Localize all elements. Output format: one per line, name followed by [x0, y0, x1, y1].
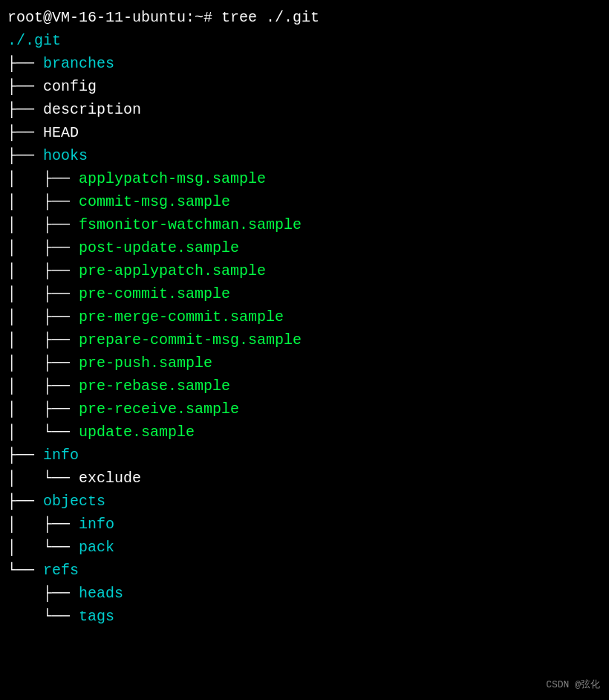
tree-row: ├── info [7, 444, 609, 467]
tree-row: │ ├── applypatch-msg.sample [7, 167, 609, 190]
tree-row: ├── objects [7, 490, 609, 513]
tree-row: ├── hooks [7, 144, 609, 167]
tree-indent: │ └── [7, 467, 79, 490]
tree-row: │ ├── pre-merge-commit.sample [7, 305, 609, 328]
tree-indent: └── [7, 559, 43, 582]
tree-row: └── tags [7, 605, 609, 628]
root-line: ./.git [7, 29, 609, 52]
tree-row: ├── heads [7, 582, 609, 605]
tree-item-name: fsmonitor-watchman.sample [79, 213, 302, 236]
tree-indent: ├── [7, 444, 43, 467]
tree-item-name: HEAD [43, 121, 79, 144]
tree-item-name: refs [43, 559, 79, 582]
tree-indent: ├── [7, 490, 43, 513]
tree-indent: ├── [7, 121, 43, 144]
tree-indent: ├── [7, 98, 43, 121]
tree-indent: │ ├── [7, 351, 79, 375]
tree-indent: │ ├── [7, 398, 79, 421]
tree-container: ├── branches├── config├── description├──… [7, 52, 609, 628]
tree-item-name: info [43, 444, 79, 467]
tree-item-name: pre-commit.sample [79, 282, 230, 305]
tree-item-name: applypatch-msg.sample [79, 167, 266, 190]
tree-indent: │ └── [7, 536, 79, 559]
tree-row: │ ├── pre-receive.sample [7, 398, 609, 421]
tree-row: │ ├── pre-rebase.sample [7, 375, 609, 398]
tree-indent: │ ├── [7, 167, 79, 190]
tree-row: │ ├── fsmonitor-watchman.sample [7, 213, 609, 236]
tree-row: │ ├── commit-msg.sample [7, 190, 609, 213]
tree-item-name: branches [43, 52, 114, 75]
tree-item-name: pre-receive.sample [79, 398, 239, 421]
tree-row: │ └── exclude [7, 467, 609, 490]
prompt-text: root@VM-16-11-ubuntu:~# tree ./.git [7, 6, 319, 29]
tree-indent: │ ├── [7, 305, 79, 328]
tree-row: │ ├── pre-applypatch.sample [7, 259, 609, 282]
tree-row: └── refs [7, 559, 609, 582]
tree-item-name: prepare-commit-msg.sample [79, 328, 302, 351]
tree-indent: │ ├── [7, 282, 79, 305]
tree-row: ├── config [7, 75, 609, 98]
tree-row: │ ├── prepare-commit-msg.sample [7, 328, 609, 351]
watermark: CSDN @弦化 [546, 678, 600, 693]
tree-item-name: info [79, 513, 114, 536]
tree-indent: │ ├── [7, 259, 79, 282]
tree-row: ├── description [7, 98, 609, 121]
tree-indent: │ ├── [7, 236, 79, 259]
tree-item-name: exclude [79, 467, 141, 490]
tree-item-name: heads [79, 582, 123, 605]
tree-row: │ └── update.sample [7, 421, 609, 444]
tree-item-name: objects [43, 490, 105, 513]
tree-item-name: tags [79, 605, 114, 628]
tree-item-name: description [43, 98, 141, 121]
tree-item-name: post-update.sample [79, 236, 239, 259]
tree-item-name: pre-merge-commit.sample [79, 305, 284, 328]
tree-item-name: commit-msg.sample [79, 190, 230, 213]
terminal-window: root@VM-16-11-ubuntu:~# tree ./.git ./.g… [7, 6, 609, 628]
tree-indent: ├── [7, 144, 43, 167]
prompt-line: root@VM-16-11-ubuntu:~# tree ./.git [7, 6, 609, 29]
tree-row: │ ├── pre-push.sample [7, 351, 609, 375]
tree-indent: │ └── [7, 421, 79, 444]
tree-row: │ ├── info [7, 513, 609, 536]
tree-row: │ ├── post-update.sample [7, 236, 609, 259]
tree-indent: ├── [7, 75, 43, 98]
tree-indent: │ ├── [7, 513, 79, 536]
tree-item-name: update.sample [79, 421, 195, 444]
tree-item-name: pack [79, 536, 114, 559]
tree-indent: │ ├── [7, 328, 79, 351]
tree-item-name: pre-push.sample [79, 351, 212, 375]
tree-indent: ├── [7, 52, 43, 75]
root-dir: ./.git [7, 29, 61, 52]
tree-indent: └── [7, 605, 79, 628]
tree-row: │ └── pack [7, 536, 609, 559]
tree-item-name: hooks [43, 144, 88, 167]
tree-item-name: pre-applypatch.sample [79, 259, 266, 282]
tree-row: ├── HEAD [7, 121, 609, 144]
tree-indent: │ ├── [7, 190, 79, 213]
tree-item-name: pre-rebase.sample [79, 375, 230, 398]
tree-row: ├── branches [7, 52, 609, 75]
tree-indent: │ ├── [7, 213, 79, 236]
tree-indent: │ ├── [7, 375, 79, 398]
tree-indent: ├── [7, 582, 79, 605]
tree-row: │ ├── pre-commit.sample [7, 282, 609, 305]
tree-item-name: config [43, 75, 97, 98]
